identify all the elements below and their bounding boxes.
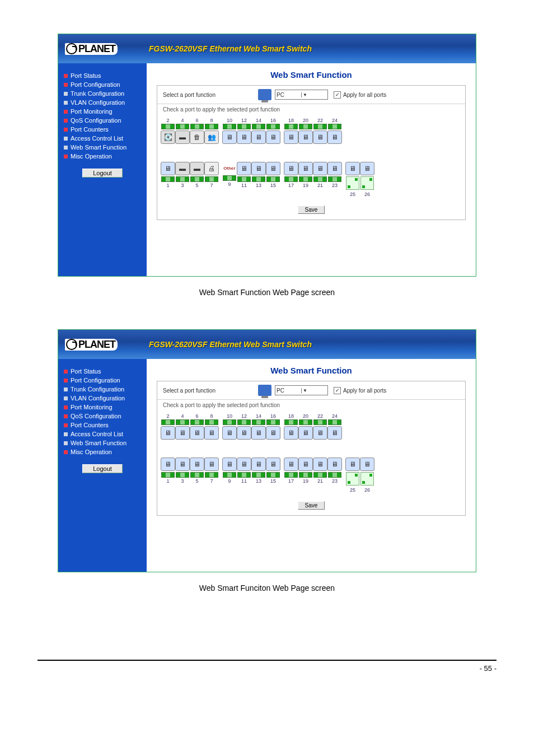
pc-icon[interactable]: 🖥: [204, 426, 219, 440]
pc-icon[interactable]: 🖥: [222, 458, 237, 471]
port[interactable]: 🖥1: [161, 456, 175, 484]
port[interactable]: 8👥: [204, 117, 219, 145]
pc-icon[interactable]: 🖥: [251, 130, 266, 144]
pc-icon[interactable]: 🖥: [298, 458, 313, 471]
printer-icon[interactable]: 🖨: [204, 162, 219, 175]
port[interactable]: 2🖥: [161, 413, 175, 441]
port[interactable]: 🖥23: [327, 456, 342, 484]
sidebar-item[interactable]: Misc Operation: [64, 447, 141, 456]
sidebar-item[interactable]: Web Smart Function: [64, 438, 141, 447]
pc-icon[interactable]: 🖥: [313, 458, 327, 471]
port-function-dropdown[interactable]: PC ▼: [275, 90, 328, 100]
port[interactable]: 🖥9: [222, 456, 237, 484]
port[interactable]: 🖥11: [237, 456, 251, 484]
port[interactable]: 🖨7: [204, 161, 219, 189]
port[interactable]: 18🖥: [284, 413, 298, 441]
port[interactable]: 12🖥: [237, 413, 251, 441]
port[interactable]: 16🖥: [266, 413, 280, 441]
sidebar-item[interactable]: QoS Configuration: [64, 412, 141, 421]
people-icon[interactable]: 👥: [204, 130, 219, 144]
sidebar-item[interactable]: Port Counters: [64, 421, 141, 430]
pc-icon[interactable]: 🖥: [161, 458, 175, 471]
pc-icon[interactable]: 🖥: [313, 162, 327, 175]
sidebar-item[interactable]: VLAN Configuration: [64, 394, 141, 403]
port[interactable]: 24🖥: [327, 117, 342, 145]
port[interactable]: 20🖥: [298, 117, 313, 145]
other-label[interactable]: Other: [223, 162, 236, 174]
port[interactable]: 🖥1: [161, 161, 175, 189]
sidebar-item[interactable]: Web Smart Function: [64, 143, 141, 152]
port[interactable]: 14🖥: [251, 117, 266, 145]
pc-icon[interactable]: 🖥: [251, 162, 266, 175]
port[interactable]: 🖥21: [313, 456, 327, 484]
port[interactable]: 4🖥: [175, 413, 190, 441]
port[interactable]: 🖥13: [251, 161, 266, 189]
sidebar-item[interactable]: Trunk Configuration: [64, 385, 141, 394]
port-function-dropdown[interactable]: PC ▼: [275, 385, 328, 395]
pc-icon[interactable]: 🖥: [313, 130, 327, 144]
pc-icon[interactable]: 🖥: [298, 426, 313, 440]
port[interactable]: 🖥7: [204, 456, 219, 484]
port[interactable]: Other9: [222, 161, 237, 189]
port[interactable]: 🖥21: [313, 161, 327, 189]
pc-icon[interactable]: 🖥: [222, 130, 237, 144]
sidebar-item[interactable]: Port Counters: [64, 125, 141, 134]
sidebar-item[interactable]: Port Configuration: [64, 80, 141, 89]
pc-icon[interactable]: 🖥: [284, 130, 298, 144]
pc-icon[interactable]: 🖥: [266, 162, 280, 175]
pc-icon[interactable]: 🖥: [161, 162, 175, 175]
sidebar-item[interactable]: VLAN Configuration: [64, 98, 141, 107]
trash-icon[interactable]: 🗑: [190, 130, 204, 144]
apply-all-checkbox[interactable]: [334, 91, 341, 99]
pc-icon[interactable]: 🖥: [327, 458, 342, 471]
port[interactable]: ▬3: [175, 161, 190, 189]
pc-icon[interactable]: 🖥: [313, 426, 327, 440]
port[interactable]: 6🖥: [190, 413, 204, 441]
pc-icon[interactable]: 🖥: [237, 426, 251, 440]
port[interactable]: 10🖥: [222, 117, 237, 145]
pc-icon[interactable]: 🖥: [298, 130, 313, 144]
port[interactable]: 6🗑: [190, 117, 204, 145]
sidebar-item[interactable]: Trunk Configuration: [64, 89, 141, 98]
apply-all-checkbox[interactable]: [334, 387, 341, 394]
port[interactable]: 🖥15: [266, 456, 280, 484]
port[interactable]: 🖥3: [175, 456, 190, 484]
disk-icon[interactable]: 💽: [161, 130, 175, 144]
port[interactable]: 16🖥: [266, 117, 280, 145]
pc-icon[interactable]: 🖥: [204, 458, 219, 471]
pc-icon[interactable]: 🖥: [190, 426, 204, 440]
fiber-port[interactable]: 🖥25: [345, 456, 360, 493]
port[interactable]: 10🖥: [222, 413, 237, 441]
port[interactable]: 🖥19: [298, 161, 313, 189]
port[interactable]: 🖥17: [284, 456, 298, 484]
sidebar-item[interactable]: QoS Configuration: [64, 116, 141, 125]
port[interactable]: 14🖥: [251, 413, 266, 441]
save-button[interactable]: Save: [298, 206, 325, 214]
port[interactable]: 22🖥: [313, 413, 327, 441]
pc-icon[interactable]: 🖥: [298, 162, 313, 175]
pc-icon[interactable]: 🖥: [161, 426, 175, 440]
sidebar-item[interactable]: Port Monitoring: [64, 403, 141, 412]
sw-icon[interactable]: ▬: [175, 130, 190, 144]
port[interactable]: 🖥5: [190, 456, 204, 484]
pc-icon[interactable]: 🖥: [175, 426, 190, 440]
pc-icon[interactable]: 🖥: [251, 458, 266, 471]
port[interactable]: 20🖥: [298, 413, 313, 441]
sidebar-item[interactable]: Access Control List: [64, 430, 141, 438]
port[interactable]: 18🖥: [284, 117, 298, 145]
port[interactable]: 12🖥: [237, 117, 251, 145]
pc-icon[interactable]: 🖥: [222, 426, 237, 440]
sw-icon[interactable]: ▬: [190, 162, 204, 175]
logout-button[interactable]: Logout: [82, 169, 123, 178]
fiber-port[interactable]: 🖥26: [360, 456, 374, 493]
fiber-port[interactable]: 🖥25: [345, 161, 360, 198]
port[interactable]: 🖥23: [327, 161, 342, 189]
port[interactable]: 4▬: [175, 117, 190, 145]
port[interactable]: 8🖥: [204, 413, 219, 441]
port[interactable]: 🖥19: [298, 456, 313, 484]
port[interactable]: 🖥17: [284, 161, 298, 189]
port[interactable]: 🖥13: [251, 456, 266, 484]
pc-icon[interactable]: 🖥: [190, 458, 204, 471]
sidebar-item[interactable]: Port Monitoring: [64, 107, 141, 116]
save-button[interactable]: Save: [298, 501, 325, 510]
